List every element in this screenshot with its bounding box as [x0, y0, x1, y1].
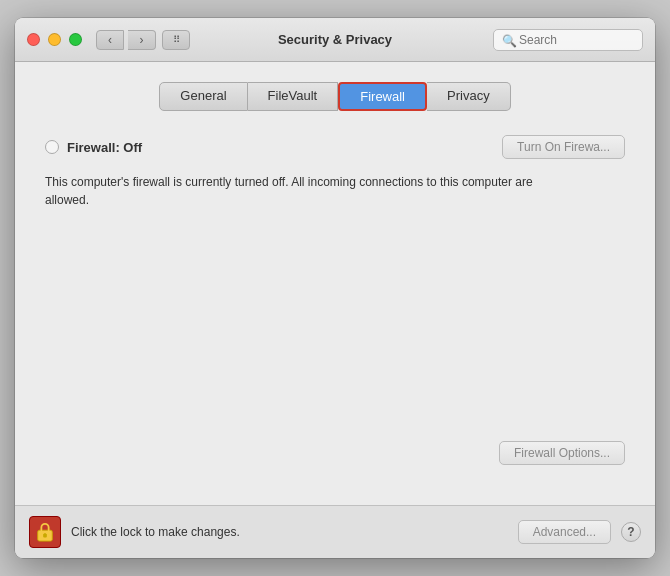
tab-filevault[interactable]: FileVault — [248, 82, 339, 111]
back-button[interactable]: ‹ — [96, 30, 124, 50]
content-area: General FileVault Firewall Privacy Firew… — [15, 62, 655, 505]
minimize-button[interactable] — [48, 33, 61, 46]
search-box[interactable]: 🔍 — [493, 29, 643, 51]
tab-privacy[interactable]: Privacy — [427, 82, 511, 111]
tab-bar: General FileVault Firewall Privacy — [45, 82, 625, 111]
search-input[interactable] — [519, 33, 634, 47]
firewall-radio[interactable] — [45, 140, 59, 154]
advanced-button[interactable]: Advanced... — [518, 520, 611, 544]
search-icon: 🔍 — [502, 34, 514, 46]
bottom-bar: Click the lock to make changes. Advanced… — [15, 505, 655, 558]
grid-button[interactable]: ⠿ — [162, 30, 190, 50]
maximize-button[interactable] — [69, 33, 82, 46]
firewall-status-row: Firewall: Off Turn On Firewa... — [45, 135, 625, 159]
lock-text: Click the lock to make changes. — [71, 525, 508, 539]
tab-firewall[interactable]: Firewall — [338, 82, 427, 111]
firewall-status-label: Firewall: Off — [67, 140, 142, 155]
nav-buttons: ‹ › — [96, 30, 156, 50]
main-window: ‹ › ⠿ Security & Privacy 🔍 General FileV… — [15, 18, 655, 558]
tab-general[interactable]: General — [159, 82, 247, 111]
options-row: Firewall Options... — [45, 441, 625, 485]
window-title: Security & Privacy — [278, 32, 392, 47]
traffic-lights — [27, 33, 82, 46]
firewall-options-button[interactable]: Firewall Options... — [499, 441, 625, 465]
titlebar: ‹ › ⠿ Security & Privacy 🔍 — [15, 18, 655, 62]
svg-point-2 — [44, 533, 47, 536]
lock-button[interactable] — [29, 516, 61, 548]
firewall-panel: Firewall: Off Turn On Firewa... This com… — [45, 135, 625, 485]
turn-on-firewall-button[interactable]: Turn On Firewa... — [502, 135, 625, 159]
lock-icon — [36, 522, 54, 542]
help-button[interactable]: ? — [621, 522, 641, 542]
forward-button[interactable]: › — [128, 30, 156, 50]
firewall-description: This computer's firewall is currently tu… — [45, 173, 545, 209]
close-button[interactable] — [27, 33, 40, 46]
